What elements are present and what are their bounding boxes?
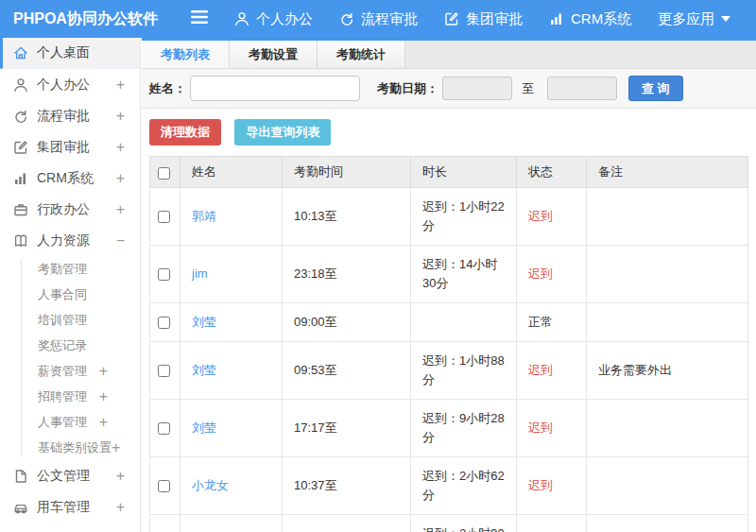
edit-icon (444, 11, 459, 26)
topnav-item-crm-system[interactable]: CRM系统 (549, 10, 631, 28)
expand-icon[interactable]: + (116, 469, 125, 484)
menu-toggle-icon[interactable] (191, 10, 208, 27)
cell-name: jim (180, 246, 283, 303)
sidebar-item-label: 用车管理 (37, 499, 116, 516)
sidebar-subitem-label: 基础类别设置 (38, 439, 112, 456)
cell-name: 刘莹 (180, 303, 283, 342)
employee-name-link[interactable]: jim (192, 266, 208, 281)
cell-duration (411, 303, 517, 342)
sidebar-item-label: 集团审批 (37, 139, 116, 156)
edit-icon (13, 140, 28, 155)
table-row: 管理员10:54至10:54迟到：2小时90分早退：7小时10分迟到/早退111… (150, 515, 748, 532)
row-checkbox[interactable] (158, 317, 170, 329)
expand-icon[interactable]: + (99, 415, 108, 430)
employee-name-link[interactable]: 小龙女 (192, 478, 229, 492)
employee-name-link[interactable]: 刘莹 (192, 420, 216, 435)
topnav-item-label: 个人办公 (256, 10, 313, 28)
row-checkbox[interactable] (158, 422, 170, 435)
cell-checkbox (150, 246, 180, 303)
duration-line: 迟到：2小时90分 (422, 524, 510, 532)
attendance-date-label: 考勤日期： (377, 80, 438, 97)
expand-icon[interactable]: + (116, 500, 125, 515)
row-checkbox[interactable] (158, 211, 170, 223)
employee-name-link[interactable]: 郭靖 (192, 209, 216, 223)
search-button[interactable]: 查 询 (628, 76, 683, 101)
employee-name-link[interactable]: 刘莹 (192, 363, 216, 377)
tab-attendance-list[interactable]: 考勤列表 (142, 41, 230, 68)
employee-name-link[interactable]: 刘莹 (192, 315, 216, 329)
status-badge: 迟到 (528, 363, 553, 377)
sidebar-subitem-label: 人事管理 (38, 414, 99, 431)
car-icon (13, 500, 28, 515)
row-checkbox[interactable] (158, 268, 170, 281)
cell-attendance-time: 17:17至 (283, 400, 411, 457)
cell-checkbox (150, 188, 180, 246)
collapse-icon[interactable]: − (116, 233, 125, 249)
sidebar-subitem-salary-management[interactable]: 薪资管理+ (0, 358, 140, 384)
date-to-input[interactable] (547, 77, 617, 100)
cell-note (587, 457, 748, 515)
topnav-item-more-apps[interactable]: 更多应用 (658, 10, 730, 28)
sidebar-item-personal-office[interactable]: 个人办公+ (0, 69, 140, 100)
cell-duration: 迟到：2小时90分早退：7小时10分 (411, 515, 517, 532)
row-checkbox[interactable] (158, 480, 170, 492)
cell-name: 管理员 (180, 515, 283, 532)
status-badge: 迟到 (528, 420, 553, 435)
sidebar-item-personal-desktop[interactable]: 个人桌面 (0, 38, 140, 69)
sidebar-item-workflow-approval[interactable]: 流程审批+ (0, 100, 140, 131)
expand-icon[interactable]: + (112, 440, 120, 455)
caret-icon (721, 16, 730, 22)
sidebar: 个人桌面个人办公+流程审批+集团审批+CRM系统+行政办公+人力资源−考勤管理人… (0, 38, 141, 532)
cell-name: 刘莹 (180, 400, 283, 457)
sidebar-subitem-recruitment-management[interactable]: 招聘管理+ (0, 384, 140, 409)
sidebar-subitem-reward-punishment-records[interactable]: 奖惩记录 (0, 333, 140, 358)
sidebar-item-crm-system[interactable]: CRM系统+ (0, 163, 140, 194)
clean-data-button[interactable]: 清理数据 (149, 119, 221, 146)
status-badge: 迟到 (528, 478, 553, 492)
expand-icon[interactable]: + (116, 202, 125, 217)
sidebar-item-label: 人力资源 (37, 232, 116, 249)
sidebar-item-group-approval[interactable]: 集团审批+ (0, 131, 140, 163)
doc-icon (13, 469, 28, 484)
sidebar-subitem-personnel-management[interactable]: 人事管理+ (0, 409, 140, 435)
topnav-item-group-approval[interactable]: 集团审批 (444, 10, 523, 28)
sidebar-item-document-management[interactable]: 公文管理+ (0, 460, 140, 491)
expand-icon[interactable]: + (116, 171, 125, 186)
sidebar-subitem-personnel-contract[interactable]: 人事合同 (0, 282, 140, 307)
chart-icon (549, 11, 564, 26)
table-row: 刘莹09:00至正常 (150, 303, 748, 342)
cell-status: 迟到 (517, 246, 587, 303)
sidebar-subitem-basic-category-settings[interactable]: 基础类别设置+ (0, 435, 140, 460)
expand-icon[interactable]: + (116, 109, 125, 124)
cell-attendance-time: 10:37至 (283, 457, 411, 515)
expand-icon[interactable]: + (99, 389, 108, 404)
cell-attendance-time: 10:13至 (283, 188, 411, 246)
action-buttons: 清理数据 导出查询列表 (142, 109, 756, 156)
expand-icon[interactable]: + (99, 364, 108, 379)
row-checkbox[interactable] (158, 365, 170, 377)
select-all-checkbox[interactable] (158, 167, 170, 180)
name-input[interactable] (190, 76, 360, 101)
date-from-input[interactable] (442, 77, 512, 100)
tab-attendance-stats[interactable]: 考勤统计 (318, 41, 405, 68)
cell-duration: 迟到：14小时30分 (411, 246, 517, 303)
sidebar-item-human-resources[interactable]: 人力资源− (0, 225, 140, 256)
cell-attendance-time: 09:53至 (283, 342, 411, 400)
sidebar-item-vehicle-management[interactable]: 用车管理+ (0, 491, 140, 523)
sidebar-item-admin-office[interactable]: 行政办公+ (0, 194, 140, 225)
expand-icon[interactable]: + (116, 140, 125, 155)
topnav-item-label: CRM系统 (571, 10, 631, 28)
sidebar-subitem-attendance-management[interactable]: 考勤管理 (0, 256, 140, 282)
cell-note (587, 303, 748, 342)
duration-line: 迟到：14小时30分 (422, 255, 510, 293)
topnav-item-workflow-approval[interactable]: 流程审批 (339, 10, 418, 28)
briefcase-icon (13, 202, 28, 217)
tab-attendance-settings[interactable]: 考勤设置 (230, 41, 318, 68)
cell-duration: 迟到：2小时62分 (411, 457, 517, 515)
duration-line: 迟到：1小时22分 (422, 197, 510, 235)
col-header-time: 考勤时间 (283, 157, 411, 188)
expand-icon[interactable]: + (116, 77, 125, 93)
sidebar-subitem-training-management[interactable]: 培训管理 (0, 307, 140, 333)
topnav-item-personal-office[interactable]: 个人办公 (234, 10, 313, 28)
export-list-button[interactable]: 导出查询列表 (234, 119, 331, 146)
